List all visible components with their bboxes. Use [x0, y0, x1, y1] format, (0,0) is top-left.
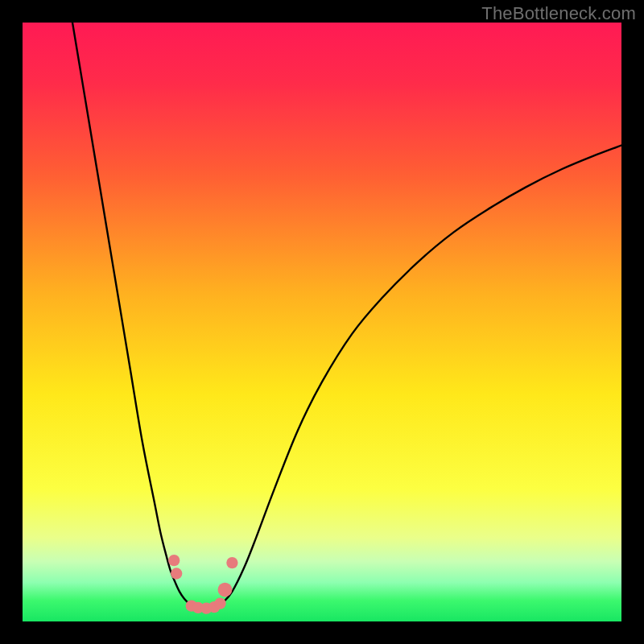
- data-marker: [168, 555, 180, 566]
- watermark-text: TheBottleneck.com: [481, 3, 636, 24]
- data-marker: [226, 557, 237, 568]
- chart-svg: [23, 23, 621, 621]
- data-marker: [214, 598, 225, 609]
- data-marker: [218, 583, 233, 597]
- chart-frame: TheBottleneck.com: [0, 0, 644, 644]
- gradient-background: [23, 23, 621, 621]
- plot-area: [23, 23, 621, 621]
- data-marker: [171, 568, 182, 579]
